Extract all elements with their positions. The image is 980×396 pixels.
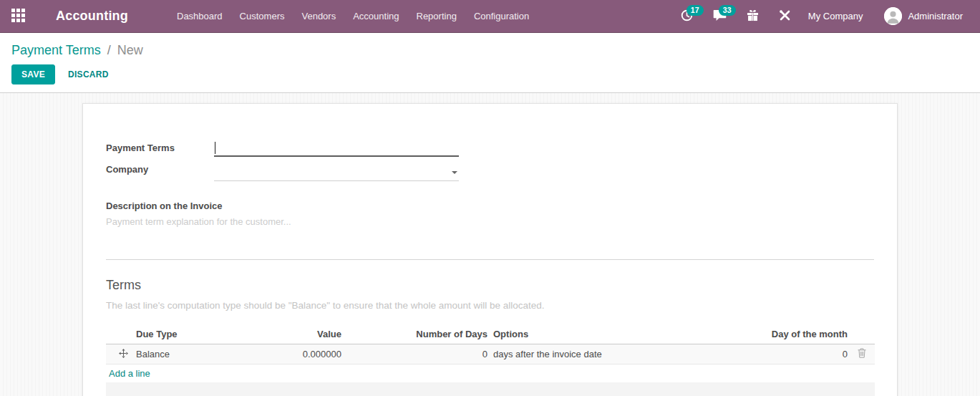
menu-item-customers[interactable]: Customers (231, 1, 293, 32)
trash-icon[interactable] (853, 348, 866, 358)
cell-number-of-days[interactable]: 0 (344, 344, 490, 364)
breadcrumb-separator: / (105, 43, 114, 57)
top-navbar: Accounting Dashboard Customers Vendors A… (0, 0, 980, 33)
cell-value[interactable]: 0.000000 (278, 344, 344, 364)
table-header-row: Due Type Value Number of Days Options Da… (106, 326, 875, 344)
save-button[interactable]: SAVE (11, 64, 55, 84)
menu-item-reporting[interactable]: Reporting (408, 1, 465, 32)
control-panel: Payment Terms / New SAVE DISCARD (0, 33, 980, 93)
app-title[interactable]: Accounting (56, 9, 128, 24)
add-a-line-link[interactable]: Add a line (109, 368, 150, 379)
description-label: Description on the Invoice (106, 201, 874, 211)
rewards-button[interactable] (738, 2, 767, 31)
payment-terms-label: Payment Terms (106, 139, 214, 153)
form-sheet: Payment Terms Company Description on the… (82, 103, 898, 396)
cell-due-type[interactable]: Balance (133, 344, 278, 364)
menu-item-vendors[interactable]: Vendors (293, 1, 344, 32)
terms-section-hint: The last line's computation type should … (106, 300, 874, 311)
company-label: Company (106, 160, 214, 175)
header-value[interactable]: Value (278, 326, 344, 344)
add-line-row: Add a line (106, 364, 875, 383)
company-switcher[interactable]: My Company (802, 4, 869, 29)
avatar (884, 7, 902, 25)
menu-item-dashboard[interactable]: Dashboard (168, 1, 231, 32)
header-day-of-month[interactable]: Day of the month (747, 326, 850, 344)
chevron-down-icon (452, 171, 457, 174)
table-row[interactable]: Balance 0.000000 0 days after the invoic… (106, 344, 875, 364)
company-select[interactable] (214, 163, 459, 181)
header-trash-spacer (850, 326, 875, 344)
empty-stripe-row (106, 382, 875, 396)
apps-grid-icon (11, 9, 25, 24)
payment-terms-input[interactable] (214, 139, 459, 157)
main-content: Payment Terms Company Description on the… (0, 93, 980, 396)
user-menu[interactable]: Administrator (871, 4, 969, 29)
activity-count-badge: 17 (687, 5, 704, 16)
header-number-of-days[interactable]: Number of Days (344, 326, 490, 344)
apps-menu-button[interactable] (11, 0, 36, 33)
description-input[interactable]: Payment term explanation for the custome… (106, 216, 874, 231)
message-count-badge: 33 (719, 5, 736, 16)
terms-section-title: Terms (106, 278, 874, 293)
terms-lines-table: Due Type Value Number of Days Options Da… (106, 326, 875, 396)
cell-options[interactable]: days after the invoice date (490, 344, 747, 364)
messages-button[interactable]: 33 (704, 2, 735, 31)
drag-handle-icon[interactable] (109, 349, 128, 358)
user-name: Administrator (902, 4, 969, 29)
text-cursor (215, 142, 215, 154)
menu-item-accounting[interactable]: Accounting (344, 1, 407, 32)
section-divider (106, 259, 874, 260)
menu-item-configuration[interactable]: Configuration (465, 1, 538, 32)
breadcrumb-payment-terms-link[interactable]: Payment Terms (11, 43, 101, 57)
breadcrumb-current: New (117, 43, 143, 57)
cell-day-of-month[interactable]: 0 (747, 344, 850, 364)
breadcrumb: Payment Terms / New (11, 41, 969, 59)
activities-button[interactable]: 17 (672, 2, 702, 31)
gift-icon (747, 9, 759, 24)
header-options[interactable]: Options (490, 326, 747, 344)
tools-button[interactable] (770, 2, 800, 31)
main-menu: Dashboard Customers Vendors Accounting R… (168, 1, 538, 32)
header-due-type[interactable]: Due Type (133, 326, 278, 344)
discard-button[interactable]: DISCARD (58, 65, 119, 84)
header-handle-spacer (106, 326, 133, 344)
crossed-tools-icon (779, 9, 791, 24)
